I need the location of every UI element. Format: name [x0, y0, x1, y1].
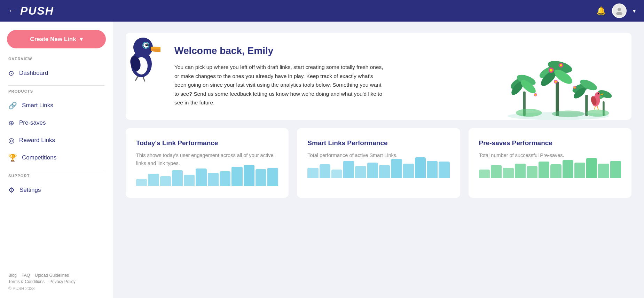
svg-point-27: [560, 64, 562, 66]
svg-point-6: [146, 44, 148, 46]
dashboard-label: Dashboard: [19, 70, 48, 77]
pre-saves-perf-title: Pre-saves Performance: [479, 139, 621, 148]
sidebar-item-settings[interactable]: ⚙ Settings: [0, 181, 113, 199]
svg-point-46: [574, 87, 576, 88]
svg-point-48: [552, 110, 584, 117]
footer-links: Blog FAQ Upload Guidelines Terms & Condi…: [8, 273, 104, 284]
sidebar-item-reward-links[interactable]: ◎ Reward Links: [0, 132, 113, 149]
svg-point-1: [616, 12, 622, 15]
competitions-label: Competitions: [22, 154, 56, 161]
settings-icon: ⚙: [8, 186, 15, 194]
upload-guidelines-link[interactable]: Upload Guidelines: [35, 273, 69, 278]
toucan-illustration: [126, 33, 160, 78]
create-new-link-button[interactable]: Create New Link ▾: [7, 30, 106, 48]
smart-links-chart: [307, 166, 449, 178]
user-menu-chevron-icon[interactable]: ▾: [633, 8, 636, 14]
welcome-title: Welcome back, Emily: [174, 45, 383, 56]
reward-links-icon: ◎: [8, 136, 14, 144]
topnav-right: 🔔 ▾: [596, 3, 636, 18]
sidebar: Create New Link ▾ OVERVIEW ⊙ Dashboard P…: [0, 22, 113, 298]
todays-link-performance-card: Today's Link Performance This shows toda…: [126, 128, 289, 198]
todays-link-subtitle: This shows today's user engagement acros…: [136, 151, 278, 167]
notification-bell-icon[interactable]: 🔔: [596, 6, 606, 15]
settings-label: Settings: [19, 187, 41, 194]
svg-line-11: [135, 76, 138, 81]
support-section-label: SUPPORT: [0, 174, 113, 181]
app-logo: PUSH: [20, 5, 54, 17]
svg-point-0: [618, 8, 621, 11]
topnav: ← PUSH 🔔 ▾: [0, 0, 644, 22]
performance-cards-row: Today's Link Performance This shows toda…: [126, 128, 631, 198]
pre-saves-perf-subtitle: Total number of successful Pre-saves.: [479, 151, 621, 159]
privacy-link[interactable]: Privacy Policy: [49, 279, 76, 284]
blog-link[interactable]: Blog: [8, 273, 17, 278]
svg-rect-19: [556, 81, 559, 116]
overview-section-label: OVERVIEW: [0, 57, 113, 64]
back-button[interactable]: ←: [8, 6, 16, 15]
pre-saves-performance-card: Pre-saves Performance Total number of su…: [469, 128, 631, 198]
todays-link-chart: [136, 173, 278, 186]
welcome-body: You can pick up where you left off with …: [174, 63, 383, 107]
sidebar-item-pre-saves[interactable]: ⊕ Pre-saves: [0, 114, 113, 132]
jungle-illustration: [499, 33, 618, 120]
svg-line-42: [597, 106, 598, 110]
terms-link[interactable]: Terms & Conditions: [8, 279, 45, 284]
products-section-label: PRODUCTS: [0, 89, 113, 97]
smart-links-perf-title: Smart Links Performance: [307, 139, 449, 148]
todays-link-title: Today's Link Performance: [136, 139, 278, 148]
create-link-chevron-icon: ▾: [80, 36, 83, 43]
welcome-text: Welcome back, Emily You can pick up wher…: [140, 45, 383, 107]
smart-links-label: Smart Links: [22, 102, 53, 109]
faq-link[interactable]: FAQ: [22, 273, 30, 278]
svg-point-39: [598, 93, 599, 94]
svg-line-12: [143, 77, 145, 81]
svg-point-7: [147, 44, 147, 45]
page-layout: Create New Link ▾ OVERVIEW ⊙ Dashboard P…: [0, 22, 644, 298]
user-avatar[interactable]: [612, 3, 627, 18]
sidebar-divider-2: [8, 170, 104, 170]
svg-point-38: [595, 92, 600, 97]
copyright-text: © PUSH 2023: [8, 286, 104, 291]
create-link-label: Create New Link: [30, 36, 76, 43]
sidebar-item-smart-links[interactable]: 🔗 Smart Links: [0, 97, 113, 114]
svg-point-25: [550, 69, 553, 72]
dashboard-icon: ⊙: [8, 69, 14, 77]
smart-links-perf-subtitle: Total performance of active Smart Links.: [307, 151, 449, 159]
competitions-icon: 🏆: [8, 154, 17, 162]
sidebar-item-competitions[interactable]: 🏆 Competitions: [0, 149, 113, 166]
sidebar-item-dashboard[interactable]: ⊙ Dashboard: [0, 64, 113, 82]
pre-saves-chart: [479, 166, 621, 178]
main-content: Welcome back, Emily You can pick up wher…: [113, 22, 644, 298]
welcome-card: Welcome back, Emily You can pick up wher…: [126, 33, 631, 120]
smart-links-icon: 🔗: [8, 101, 17, 110]
sidebar-footer: Blog FAQ Upload Guidelines Terms & Condi…: [0, 269, 113, 291]
svg-point-29: [555, 81, 557, 83]
svg-point-47: [516, 109, 542, 117]
pre-saves-label: Pre-saves: [19, 119, 46, 126]
reward-links-label: Reward Links: [19, 137, 55, 144]
smart-links-performance-card: Smart Links Performance Total performanc…: [297, 128, 460, 198]
svg-point-49: [586, 109, 609, 117]
sidebar-divider-1: [8, 85, 104, 86]
svg-point-44: [535, 94, 536, 96]
pre-saves-icon: ⊕: [8, 119, 14, 127]
